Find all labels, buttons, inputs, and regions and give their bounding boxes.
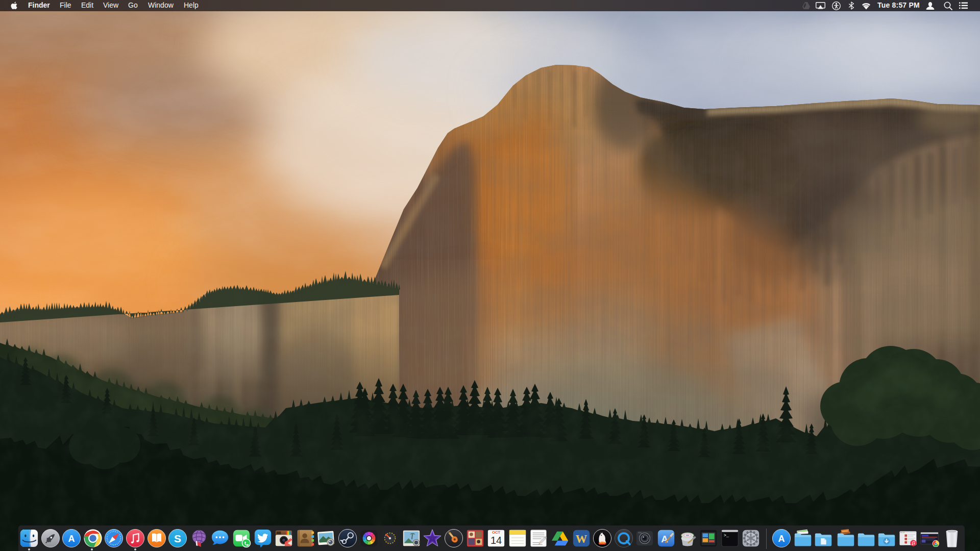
- svg-text:A: A: [778, 534, 785, 544]
- svg-text:14: 14: [491, 535, 502, 546]
- svg-text:W: W: [576, 533, 587, 545]
- svg-text:A: A: [68, 534, 75, 544]
- svg-text:>_: >_: [724, 533, 729, 538]
- svg-text:A: A: [661, 534, 668, 544]
- svg-text:OCT: OCT: [492, 530, 500, 535]
- svg-text:S: S: [174, 533, 181, 544]
